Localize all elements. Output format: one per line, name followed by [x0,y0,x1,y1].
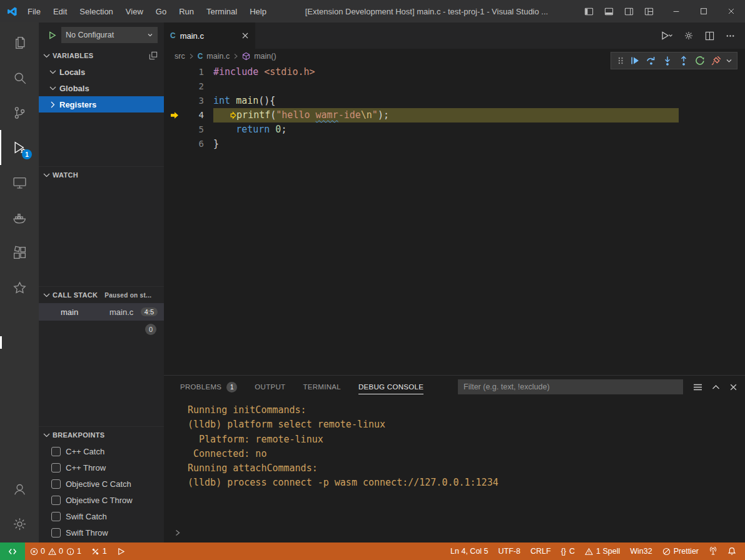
split-editor-icon[interactable] [705,31,714,41]
debug-config-dropdown[interactable]: No Configurat [61,27,158,43]
toolbar-grip-icon[interactable] [614,56,627,66]
start-debugging-icon[interactable] [48,31,57,40]
console-filter-input[interactable] [458,379,683,394]
code-text[interactable]: #include <stdio.h> [204,65,315,79]
breakpoint-checkbox[interactable] [51,479,61,489]
breakpoint-gutter[interactable] [164,94,181,108]
debug-status[interactable] [112,542,130,560]
breadcrumb-file[interactable]: main.c [206,52,230,61]
toolchain-indicator[interactable]: 1 [86,542,112,560]
menu-terminal[interactable]: Terminal [200,0,243,22]
breakpoint-gutter[interactable] [164,137,181,151]
variables-header[interactable]: VARIABLES [39,48,164,64]
continue-button[interactable] [627,52,643,69]
call-stack-header[interactable]: CALL STACK Paused on st... [39,287,164,303]
restart-button[interactable] [692,52,708,69]
activity-item-run-and-debug[interactable]: 1 [0,130,39,165]
breakpoint-checkbox[interactable] [51,512,61,521]
eol-indicator[interactable]: CRLF [525,542,556,560]
cursor-position[interactable]: Ln 4, Col 5 [445,542,493,560]
breakpoint-gutter[interactable] [164,79,181,94]
remote-tunnel-status[interactable] [704,542,722,560]
breakpoint-gutter[interactable] [164,65,181,79]
step-out-button[interactable] [676,52,692,69]
tab-problems[interactable]: PROBLEMS 1 [180,376,237,398]
menu-selection[interactable]: Selection [73,0,119,22]
activity-item-docker[interactable] [0,200,39,235]
code-text[interactable]: return 0; [204,122,286,137]
menu-go[interactable]: Go [150,0,173,22]
activity-item-account[interactable] [0,471,39,506]
customize-layout-icon[interactable] [644,7,654,16]
code-text[interactable]: printf("hello wamr-ide\n"); [204,108,389,122]
breakpoint-item[interactable]: Swift Catch [39,508,164,524]
close-panel-icon[interactable] [729,383,737,391]
debug-current-line-icon[interactable] [164,108,181,122]
problems-summary[interactable]: 0 0 1 [25,542,86,560]
collapse-all-icon[interactable] [149,51,158,60]
activity-item-remote-explorer[interactable] [0,165,39,200]
breakpoint-checkbox[interactable] [51,496,61,505]
tab-debug-console[interactable]: DEBUG CONSOLE [358,376,423,398]
step-into-button[interactable] [659,52,676,69]
breakpoint-item[interactable]: C++ Catch [39,443,164,459]
maximize-panel-icon[interactable] [712,384,720,390]
tab-output[interactable]: OUTPUT [255,376,285,398]
breakpoint-item[interactable]: C++ Throw [39,459,164,476]
activity-item-search[interactable] [0,60,39,95]
step-over-button[interactable] [643,52,659,69]
disconnect-button[interactable] [708,52,724,69]
filter-lines-icon[interactable] [693,383,702,391]
code-line[interactable]: 3int main(){ [164,94,745,108]
breakpoint-gutter[interactable] [164,122,181,137]
code-editor[interactable]: 1#include <stdio.h>23int main(){4 printf… [164,64,745,375]
code-text[interactable]: int main(){ [204,94,275,108]
code-line[interactable]: 5 return 0; [164,122,745,137]
code-text[interactable] [204,79,213,94]
activity-item-extensions[interactable] [0,235,39,270]
code-line[interactable]: 2 [164,79,745,94]
spell-checker-status[interactable]: 1 Spell [580,542,625,560]
close-window-button[interactable] [717,0,745,22]
notifications-bell[interactable] [722,542,741,560]
breakpoint-checkbox[interactable] [51,528,61,538]
breakpoint-item[interactable]: Objective C Throw [39,492,164,508]
variables-item-globals[interactable]: Globals [39,80,164,96]
close-tab-icon[interactable] [241,32,249,39]
toggle-primary-sidebar-icon[interactable] [584,7,594,16]
menu-edit[interactable]: Edit [47,0,73,22]
breakpoint-checkbox[interactable] [51,463,61,472]
encoding-indicator[interactable]: UTF-8 [494,542,525,560]
code-line[interactable]: 6} [164,137,745,151]
run-icon[interactable] [661,31,672,41]
toggle-panel-icon[interactable] [604,7,614,16]
chevron-down-icon[interactable] [724,59,734,63]
toggle-secondary-sidebar-icon[interactable] [624,7,634,16]
code-line[interactable]: 4 printf("hello wamr-ide\n"); [164,108,745,122]
menu-run[interactable]: Run [173,0,200,22]
debug-console-output[interactable]: Running initCommands:(lldb) platform sel… [164,398,745,542]
code-text[interactable]: } [204,137,219,151]
menu-file[interactable]: File [21,0,47,22]
breakpoint-item[interactable]: Objective C Catch [39,476,164,492]
breadcrumb-symbol[interactable]: main() [254,52,276,61]
variables-item-registers[interactable]: Registers [39,96,164,112]
platform-indicator[interactable]: Win32 [625,542,657,560]
stack-frame-row[interactable]: main main.c 4:5 [39,303,164,321]
breakpoint-checkbox[interactable] [51,447,61,456]
minimize-button[interactable] [662,0,690,22]
activity-item-explorer[interactable] [0,25,39,60]
more-actions-icon[interactable] [726,31,735,41]
watch-header[interactable]: WATCH [39,167,164,183]
formatter-status[interactable]: Prettier [657,542,704,560]
breakpoints-header[interactable]: BREAKPOINTS [39,427,164,443]
console-input-chevron-icon[interactable] [175,529,181,537]
menu-help[interactable]: Help [243,0,273,22]
breadcrumb-folder[interactable]: src [175,52,185,61]
variables-item-locals[interactable]: Locals [39,64,164,80]
tab-terminal[interactable]: TERMINAL [303,376,341,398]
breakpoint-item[interactable]: Swift Throw [39,524,164,541]
activity-item-bookmarks[interactable] [0,270,39,305]
activity-item-settings[interactable] [0,506,39,541]
menu-view[interactable]: View [119,0,150,22]
